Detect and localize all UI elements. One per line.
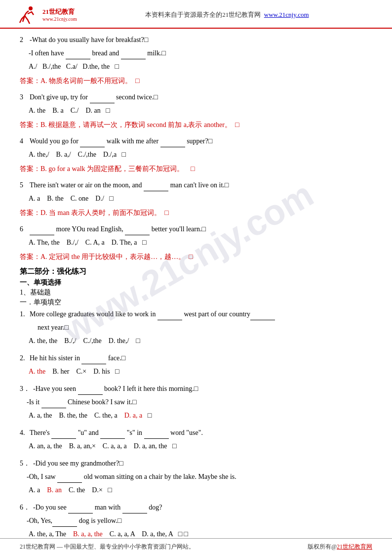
q5-options: A. a B. the C. one D./ □ — [29, 192, 372, 206]
q6-text: more YOu read English, better you'll lea… — [30, 223, 206, 235]
s2-q5-text1: -Did you see my grandmother?□ — [33, 457, 123, 470]
s2-q3-options: A. a, the B. the, the C. the, a D. a, a … — [29, 409, 372, 423]
s2-q2-num: 2. — [20, 352, 27, 364]
s2-q4-num: 4. — [20, 427, 27, 439]
s2-q6-line2: -Oh, Yes, dog is yellow.□ — [27, 514, 372, 527]
q2-sub: -I often have bread and milk.□ — [29, 47, 372, 59]
section2-sub1: 一、单项选择 — [20, 278, 372, 287]
q2-answer: 答案：A. 物质名词前一般不用冠词。 □ — [20, 75, 372, 87]
q2-num: 2 — [20, 34, 27, 46]
logo-area: 21世纪教育 www.21cnjy.com — [15, 5, 77, 25]
s2-q1-text2: next year.□ — [38, 321, 69, 334]
s2-q3-text1: -Have you seen book? I left it here this… — [33, 383, 198, 395]
header-title: 本资料来自于资源最齐全的21世纪教育网 www.21cnjy.com — [77, 10, 377, 19]
s2-q5-text2: -Oh, I saw old woman sitting on a chair … — [27, 470, 236, 483]
s2-q1-options: A. the, the B./,/ C./,the D. the,/ □ — [29, 335, 372, 348]
question-6: 6 more YOu read English, better you'll l… — [20, 223, 372, 263]
q6-answer: 答案：A. 定冠词 the 用于比较级中，表示越…，越…。 □ — [20, 251, 372, 263]
q5-answer: 答案：D. 当 man 表示人类时，前面不加冠词。 □ — [20, 207, 372, 219]
header-url: www.21cnjy.com — [264, 11, 309, 18]
s2-q6-line1: 6． -Do you see man with dog? — [20, 501, 372, 513]
s2-q4-text: There's "u" and "s" in word "use". — [30, 427, 203, 439]
s2-question-6: 6． -Do you see man with dog? -Oh, Yes, d… — [20, 501, 372, 541]
s2-q5-options: A. a B. an C. the D.× □ — [29, 484, 372, 497]
s2-q4-line: 4. There's "u" and "s" in word "use". — [20, 427, 372, 439]
s2-q6-num: 6． — [20, 501, 30, 513]
s2-q2-text: He hit his sister in face.□ — [30, 352, 125, 364]
section2-title: 第二部分：强化练习 — [20, 267, 372, 276]
logo-text: 21世纪教育 www.21cnjy.com — [42, 8, 77, 22]
header-title-text: 本资料来自于资源最齐全的21世纪教育网 — [145, 11, 261, 18]
s2-q6-text2: -Oh, Yes, dog is yellow.□ — [27, 514, 121, 527]
q6-options: A. The, the B./,/ C. A, a D. The, a □ — [29, 236, 372, 250]
svg-point-0 — [29, 6, 33, 10]
footer-link[interactable]: 21世纪教育网 — [337, 543, 372, 550]
q3-line: 3 Don't give up, try for second twice.□ — [20, 91, 372, 103]
s2-q6-opt-b: B. a, a, the — [73, 530, 103, 538]
s2-q1-num: 1. — [20, 308, 27, 320]
q4-options: A. the,/ B. a,/ C./,the D./,a □ — [29, 148, 372, 162]
s2-q3-num: 3． — [20, 383, 30, 395]
s2-q2-opt-a: A. the — [29, 368, 45, 375]
q6-num: 6 — [20, 223, 27, 235]
s2-q4-options: A. an, a, the B. a, an,× C. a, a, a D. a… — [29, 440, 372, 453]
q4-line: 4 Would you go for walk with me after su… — [20, 135, 372, 147]
question-3: 3 Don't give up, try for second twice.□ … — [20, 91, 372, 131]
q4-answer: 答案：B. go for a walk 为固定搭配，三餐前不加冠词。 □ — [20, 163, 372, 175]
s2-question-2: 2. He hit his sister in face.□ A. the B.… — [20, 352, 372, 379]
s2-question-4: 4. There's "u" and "s" in word "use". A.… — [20, 427, 372, 453]
q2-text: -What do you usually have for breakfast?… — [30, 34, 148, 46]
footer-left: 21世纪教育网 — 中国最大型、最专业的中小学教育资源门户网站。 — [20, 543, 195, 551]
q3-answer: 答案：B. 根据题意，请再试一次，序数词 second 前加 a,表示 anot… — [20, 119, 372, 131]
q2-sub-text: -I often have bread and milk.□ — [29, 47, 166, 59]
s2-question-3: 3． -Have you seen book? I left it here t… — [20, 383, 372, 423]
q3-options: A. the B. a C./ D. an □ — [29, 104, 372, 118]
s2-q6-text1: -Do you see man with dog? — [33, 501, 162, 513]
s2-q5-line2: -Oh, I saw old woman sitting on a chair … — [27, 470, 372, 483]
s2-q5-num: 5． — [20, 457, 30, 470]
s2-q5-line1: 5． -Did you see my grandmother?□ — [20, 457, 372, 470]
section2-sub3: 一．单项填空 — [20, 298, 372, 307]
question-2: 2 -What do you usually have for breakfas… — [20, 34, 372, 87]
s2-q1-line2: next year.□ — [38, 321, 372, 334]
q5-num: 5 — [20, 179, 27, 191]
main-content: 2 -What do you usually have for breakfas… — [0, 29, 392, 555]
s2-q1-line: 1. More college graduates would like to … — [20, 308, 372, 320]
footer-right: 版权所有@21世纪教育网 — [308, 543, 372, 551]
question-5: 5 There isn't water or air on the moon, … — [20, 179, 372, 219]
s2-q3-text2: -Is it Chinese book? I saw it.□ — [27, 396, 137, 408]
s2-q5-opt-b: B. an — [47, 486, 62, 494]
s2-question-5: 5． -Did you see my grandmother?□ -Oh, I … — [20, 457, 372, 497]
question-4: 4 Would you go for walk with me after su… — [20, 135, 372, 175]
logo-icon — [15, 5, 39, 25]
s2-question-1: 1. More college graduates would like to … — [20, 308, 372, 348]
s2-q2-line: 2. He hit his sister in face.□ — [20, 352, 372, 364]
q3-text: Don't give up, try for second twice.□ — [30, 91, 158, 103]
page-footer: 21世纪教育网 — 中国最大型、最专业的中小学教育资源门户网站。 版权所有@21… — [0, 538, 392, 555]
s2-q3-line1: 3． -Have you seen book? I left it here t… — [20, 383, 372, 395]
section2-sub2: 1、基础题 — [20, 288, 372, 297]
q2-line: 2 -What do you usually have for breakfas… — [20, 34, 372, 46]
q5-text: There isn't water or air on the moon, an… — [30, 179, 229, 191]
q3-num: 3 — [20, 91, 27, 103]
s2-q1-text: More college graduates would like to wor… — [30, 308, 275, 320]
page-header: 21世纪教育 www.21cnjy.com 本资料来自于资源最齐全的21世纪教育… — [0, 0, 392, 29]
q6-line: 6 more YOu read English, better you'll l… — [20, 223, 372, 235]
q4-num: 4 — [20, 135, 27, 147]
s2-q3-line2: -Is it Chinese book? I saw it.□ — [27, 396, 372, 408]
s2-q3-opt-d: D. a, a — [124, 412, 143, 419]
q5-line: 5 There isn't water or air on the moon, … — [20, 179, 372, 191]
q2-options: A./ B./,the C.a/ D.the, the □ — [29, 60, 372, 74]
s2-q2-options: A. the B. her C.× D. his □ — [29, 365, 372, 379]
q4-text: Would you go for walk with me after supp… — [30, 135, 212, 147]
